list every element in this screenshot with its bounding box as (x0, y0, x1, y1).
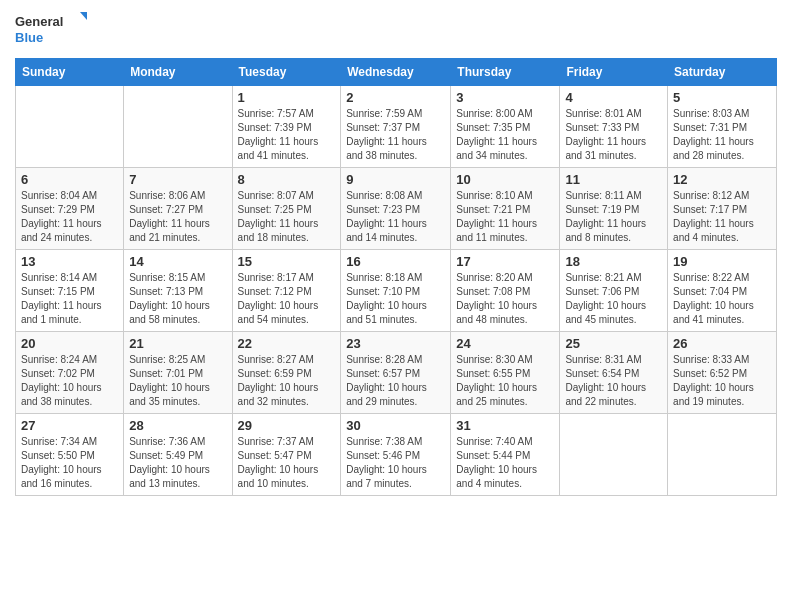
calendar-cell: 8Sunrise: 8:07 AMSunset: 7:25 PMDaylight… (232, 168, 341, 250)
day-number: 6 (21, 172, 118, 187)
day-info: Sunrise: 8:18 AMSunset: 7:10 PMDaylight:… (346, 271, 445, 327)
day-info: Sunrise: 8:22 AMSunset: 7:04 PMDaylight:… (673, 271, 771, 327)
day-number: 18 (565, 254, 662, 269)
calendar-table: SundayMondayTuesdayWednesdayThursdayFrid… (15, 58, 777, 496)
day-number: 3 (456, 90, 554, 105)
day-info: Sunrise: 8:31 AMSunset: 6:54 PMDaylight:… (565, 353, 662, 409)
calendar-cell: 14Sunrise: 8:15 AMSunset: 7:13 PMDayligh… (124, 250, 232, 332)
day-info: Sunrise: 7:38 AMSunset: 5:46 PMDaylight:… (346, 435, 445, 491)
day-number: 2 (346, 90, 445, 105)
day-number: 19 (673, 254, 771, 269)
day-info: Sunrise: 8:27 AMSunset: 6:59 PMDaylight:… (238, 353, 336, 409)
calendar-cell: 11Sunrise: 8:11 AMSunset: 7:19 PMDayligh… (560, 168, 668, 250)
day-info: Sunrise: 8:21 AMSunset: 7:06 PMDaylight:… (565, 271, 662, 327)
calendar-cell: 29Sunrise: 7:37 AMSunset: 5:47 PMDayligh… (232, 414, 341, 496)
day-info: Sunrise: 7:40 AMSunset: 5:44 PMDaylight:… (456, 435, 554, 491)
calendar-cell: 5Sunrise: 8:03 AMSunset: 7:31 PMDaylight… (668, 86, 777, 168)
day-info: Sunrise: 8:03 AMSunset: 7:31 PMDaylight:… (673, 107, 771, 163)
calendar-cell: 1Sunrise: 7:57 AMSunset: 7:39 PMDaylight… (232, 86, 341, 168)
header-day-monday: Monday (124, 59, 232, 86)
calendar-cell: 25Sunrise: 8:31 AMSunset: 6:54 PMDayligh… (560, 332, 668, 414)
header-day-friday: Friday (560, 59, 668, 86)
calendar-cell: 27Sunrise: 7:34 AMSunset: 5:50 PMDayligh… (16, 414, 124, 496)
calendar-cell: 19Sunrise: 8:22 AMSunset: 7:04 PMDayligh… (668, 250, 777, 332)
day-number: 9 (346, 172, 445, 187)
header-day-tuesday: Tuesday (232, 59, 341, 86)
calendar-cell: 22Sunrise: 8:27 AMSunset: 6:59 PMDayligh… (232, 332, 341, 414)
header: General Blue (15, 10, 777, 50)
day-info: Sunrise: 8:01 AMSunset: 7:33 PMDaylight:… (565, 107, 662, 163)
calendar-week-5: 27Sunrise: 7:34 AMSunset: 5:50 PMDayligh… (16, 414, 777, 496)
day-number: 23 (346, 336, 445, 351)
day-number: 26 (673, 336, 771, 351)
calendar-cell: 18Sunrise: 8:21 AMSunset: 7:06 PMDayligh… (560, 250, 668, 332)
day-number: 24 (456, 336, 554, 351)
header-day-wednesday: Wednesday (341, 59, 451, 86)
day-number: 14 (129, 254, 226, 269)
calendar-page: General Blue SundayMondayTuesdayWednesda… (0, 0, 792, 612)
day-number: 5 (673, 90, 771, 105)
day-number: 22 (238, 336, 336, 351)
calendar-week-3: 13Sunrise: 8:14 AMSunset: 7:15 PMDayligh… (16, 250, 777, 332)
calendar-cell: 2Sunrise: 7:59 AMSunset: 7:37 PMDaylight… (341, 86, 451, 168)
header-day-saturday: Saturday (668, 59, 777, 86)
calendar-cell (560, 414, 668, 496)
day-info: Sunrise: 8:20 AMSunset: 7:08 PMDaylight:… (456, 271, 554, 327)
day-info: Sunrise: 8:00 AMSunset: 7:35 PMDaylight:… (456, 107, 554, 163)
day-info: Sunrise: 8:06 AMSunset: 7:27 PMDaylight:… (129, 189, 226, 245)
day-info: Sunrise: 8:30 AMSunset: 6:55 PMDaylight:… (456, 353, 554, 409)
day-info: Sunrise: 8:04 AMSunset: 7:29 PMDaylight:… (21, 189, 118, 245)
calendar-cell: 4Sunrise: 8:01 AMSunset: 7:33 PMDaylight… (560, 86, 668, 168)
day-number: 15 (238, 254, 336, 269)
day-number: 16 (346, 254, 445, 269)
calendar-cell: 12Sunrise: 8:12 AMSunset: 7:17 PMDayligh… (668, 168, 777, 250)
day-info: Sunrise: 7:57 AMSunset: 7:39 PMDaylight:… (238, 107, 336, 163)
day-info: Sunrise: 8:08 AMSunset: 7:23 PMDaylight:… (346, 189, 445, 245)
day-number: 31 (456, 418, 554, 433)
calendar-cell: 10Sunrise: 8:10 AMSunset: 7:21 PMDayligh… (451, 168, 560, 250)
calendar-cell: 21Sunrise: 8:25 AMSunset: 7:01 PMDayligh… (124, 332, 232, 414)
day-info: Sunrise: 8:15 AMSunset: 7:13 PMDaylight:… (129, 271, 226, 327)
calendar-cell: 17Sunrise: 8:20 AMSunset: 7:08 PMDayligh… (451, 250, 560, 332)
day-number: 27 (21, 418, 118, 433)
svg-text:General: General (15, 14, 63, 29)
day-info: Sunrise: 8:12 AMSunset: 7:17 PMDaylight:… (673, 189, 771, 245)
calendar-cell: 23Sunrise: 8:28 AMSunset: 6:57 PMDayligh… (341, 332, 451, 414)
day-info: Sunrise: 8:25 AMSunset: 7:01 PMDaylight:… (129, 353, 226, 409)
calendar-cell: 28Sunrise: 7:36 AMSunset: 5:49 PMDayligh… (124, 414, 232, 496)
day-info: Sunrise: 8:07 AMSunset: 7:25 PMDaylight:… (238, 189, 336, 245)
generalblue-logo-icon: General Blue (15, 10, 95, 50)
header-day-sunday: Sunday (16, 59, 124, 86)
day-info: Sunrise: 7:36 AMSunset: 5:49 PMDaylight:… (129, 435, 226, 491)
day-info: Sunrise: 8:28 AMSunset: 6:57 PMDaylight:… (346, 353, 445, 409)
calendar-cell: 9Sunrise: 8:08 AMSunset: 7:23 PMDaylight… (341, 168, 451, 250)
calendar-week-2: 6Sunrise: 8:04 AMSunset: 7:29 PMDaylight… (16, 168, 777, 250)
day-number: 21 (129, 336, 226, 351)
day-number: 28 (129, 418, 226, 433)
calendar-week-4: 20Sunrise: 8:24 AMSunset: 7:02 PMDayligh… (16, 332, 777, 414)
calendar-cell: 6Sunrise: 8:04 AMSunset: 7:29 PMDaylight… (16, 168, 124, 250)
calendar-week-1: 1Sunrise: 7:57 AMSunset: 7:39 PMDaylight… (16, 86, 777, 168)
calendar-cell: 26Sunrise: 8:33 AMSunset: 6:52 PMDayligh… (668, 332, 777, 414)
day-info: Sunrise: 7:59 AMSunset: 7:37 PMDaylight:… (346, 107, 445, 163)
day-number: 29 (238, 418, 336, 433)
day-number: 25 (565, 336, 662, 351)
calendar-cell: 24Sunrise: 8:30 AMSunset: 6:55 PMDayligh… (451, 332, 560, 414)
day-number: 1 (238, 90, 336, 105)
day-number: 7 (129, 172, 226, 187)
day-number: 13 (21, 254, 118, 269)
svg-text:Blue: Blue (15, 30, 43, 45)
calendar-cell (124, 86, 232, 168)
calendar-cell: 31Sunrise: 7:40 AMSunset: 5:44 PMDayligh… (451, 414, 560, 496)
day-info: Sunrise: 8:14 AMSunset: 7:15 PMDaylight:… (21, 271, 118, 327)
calendar-cell (16, 86, 124, 168)
days-header-row: SundayMondayTuesdayWednesdayThursdayFrid… (16, 59, 777, 86)
day-number: 17 (456, 254, 554, 269)
calendar-cell: 16Sunrise: 8:18 AMSunset: 7:10 PMDayligh… (341, 250, 451, 332)
day-number: 20 (21, 336, 118, 351)
svg-marker-2 (80, 12, 87, 20)
calendar-cell: 20Sunrise: 8:24 AMSunset: 7:02 PMDayligh… (16, 332, 124, 414)
day-info: Sunrise: 8:24 AMSunset: 7:02 PMDaylight:… (21, 353, 118, 409)
day-number: 8 (238, 172, 336, 187)
calendar-cell: 15Sunrise: 8:17 AMSunset: 7:12 PMDayligh… (232, 250, 341, 332)
